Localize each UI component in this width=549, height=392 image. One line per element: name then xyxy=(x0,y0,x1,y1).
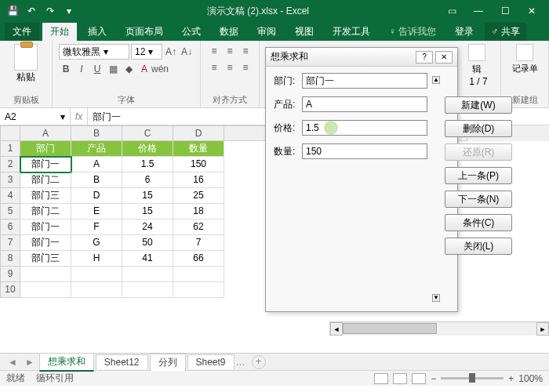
zoom-thumb[interactable] xyxy=(469,373,475,383)
col-header[interactable]: A xyxy=(20,125,71,141)
cell[interactable]: 1.5 xyxy=(122,157,173,172)
cell[interactable]: E xyxy=(71,204,122,220)
undo-icon[interactable]: ↶ xyxy=(24,3,39,19)
decrease-font-icon[interactable]: A↓ xyxy=(180,45,194,59)
cell[interactable] xyxy=(20,282,71,298)
tab-review[interactable]: 审阅 xyxy=(249,23,284,41)
col-header[interactable]: B xyxy=(71,125,122,141)
font-name-select[interactable]: 微软雅黑▾ xyxy=(59,44,129,60)
cell[interactable]: 150 xyxy=(173,157,224,172)
cell[interactable]: 部门二 xyxy=(20,172,71,188)
cell[interactable]: 部门一 xyxy=(20,157,71,172)
dialog-scrollbar[interactable]: ▲ ▼ xyxy=(432,73,440,305)
name-box[interactable]: A2▾ xyxy=(0,108,71,125)
dialog-title-bar[interactable]: 想乘求和 ? ✕ xyxy=(266,48,457,67)
row-header[interactable]: 3 xyxy=(0,172,20,188)
row-header[interactable]: 9 xyxy=(0,267,20,282)
cell[interactable]: 41 xyxy=(122,251,173,267)
cell[interactable]: D xyxy=(71,188,122,204)
font-color-icon[interactable]: A xyxy=(137,62,151,76)
cell[interactable] xyxy=(71,282,122,298)
row-header[interactable]: 7 xyxy=(0,235,20,251)
cell[interactable] xyxy=(20,267,71,282)
close-icon[interactable]: ✕ xyxy=(519,3,544,19)
row-header[interactable]: 10 xyxy=(0,282,20,298)
header-cell[interactable]: 部门 xyxy=(20,141,71,157)
row-header[interactable]: 5 xyxy=(0,204,20,220)
record-form-button[interactable]: 记录单 xyxy=(507,44,542,74)
qty-input[interactable] xyxy=(302,143,427,159)
horizontal-scrollbar[interactable]: ◄ ► xyxy=(329,321,549,336)
phonetic-icon[interactable]: wén xyxy=(153,62,167,76)
delete-button[interactable]: 删除(D) xyxy=(445,120,512,137)
qat-more-icon[interactable]: ▾ xyxy=(61,3,77,19)
header-cell[interactable]: 产品 xyxy=(71,141,122,157)
tab-layout[interactable]: 页面布局 xyxy=(118,23,171,41)
cell[interactable]: 部门三 xyxy=(20,251,71,267)
minimize-icon[interactable]: — xyxy=(466,3,491,19)
cell[interactable] xyxy=(71,267,122,282)
prev-button[interactable]: 上一条(P) xyxy=(445,167,512,184)
cell[interactable]: G xyxy=(71,235,122,251)
cell[interactable] xyxy=(173,282,224,298)
header-cell[interactable]: 数量 xyxy=(173,141,224,157)
scroll-left-icon[interactable]: ◄ xyxy=(330,322,343,336)
align-top-icon[interactable]: ≡ xyxy=(207,44,221,58)
scroll-down-icon[interactable]: ▼ xyxy=(432,294,440,302)
new-button[interactable]: 新建(W) xyxy=(445,96,512,114)
cell[interactable]: 62 xyxy=(173,220,224,235)
cell[interactable] xyxy=(122,282,173,298)
tab-dev[interactable]: 开发工具 xyxy=(325,23,378,41)
row-header[interactable]: 1 xyxy=(0,141,20,157)
cell[interactable] xyxy=(173,267,224,282)
cell[interactable]: F xyxy=(71,220,122,235)
align-right-icon[interactable]: ≡ xyxy=(238,60,253,74)
sheet-nav-next-icon[interactable]: ► xyxy=(22,357,38,368)
page-layout-view-icon[interactable] xyxy=(393,373,407,384)
increase-font-icon[interactable]: A↑ xyxy=(164,45,178,59)
cell[interactable]: 部门二 xyxy=(20,204,71,220)
align-center-icon[interactable]: ≡ xyxy=(223,60,237,74)
font-size-select[interactable]: 12▾ xyxy=(131,44,162,60)
row-header[interactable]: 4 xyxy=(0,188,20,204)
normal-view-icon[interactable] xyxy=(374,373,388,384)
sheet-tab[interactable]: Sheet12 xyxy=(96,354,148,369)
cell[interactable]: 25 xyxy=(173,188,224,204)
ribbon-options-icon[interactable]: ▭ xyxy=(439,3,464,19)
scroll-thumb[interactable] xyxy=(343,323,437,334)
cell[interactable]: 7 xyxy=(173,235,224,251)
add-sheet-button[interactable]: + xyxy=(252,355,266,369)
cell[interactable]: 6 xyxy=(122,172,173,188)
italic-icon[interactable]: I xyxy=(75,62,89,76)
zoom-slider[interactable] xyxy=(441,377,504,379)
tab-file[interactable]: 文件 xyxy=(5,23,39,41)
cell[interactable]: 18 xyxy=(173,204,224,220)
paste-button[interactable]: 粘贴 xyxy=(6,44,45,84)
sheet-tab[interactable]: 分列 xyxy=(150,354,186,371)
col-header[interactable]: D xyxy=(173,125,224,141)
cell[interactable]: H xyxy=(71,251,122,267)
cell[interactable]: 15 xyxy=(122,204,173,220)
redo-icon[interactable]: ↷ xyxy=(42,3,58,19)
align-middle-icon[interactable]: ≡ xyxy=(223,44,237,58)
fill-color-icon[interactable]: ◆ xyxy=(122,62,136,76)
header-cell[interactable]: 价格 xyxy=(122,141,173,157)
share-button[interactable]: ♂ 共享 xyxy=(485,23,525,41)
zoom-out-icon[interactable]: − xyxy=(431,373,436,384)
row-header[interactable]: 6 xyxy=(0,220,20,235)
scroll-up-icon[interactable]: ▲ xyxy=(432,76,440,84)
page-break-view-icon[interactable] xyxy=(412,373,426,384)
cell[interactable]: 部门一 xyxy=(20,235,71,251)
fx-icon[interactable]: fx xyxy=(71,108,88,125)
cell[interactable]: 66 xyxy=(173,251,224,267)
cell[interactable]: 部门一 xyxy=(20,220,71,235)
underline-icon[interactable]: U xyxy=(90,62,104,76)
tab-view[interactable]: 视图 xyxy=(287,23,322,41)
save-icon[interactable]: 💾 xyxy=(5,3,20,19)
row-header[interactable]: 8 xyxy=(0,251,20,267)
scroll-right-icon[interactable]: ► xyxy=(536,322,549,336)
tab-formulas[interactable]: 公式 xyxy=(174,23,209,41)
tab-data[interactable]: 数据 xyxy=(212,23,246,41)
product-input[interactable] xyxy=(302,96,427,112)
help-icon[interactable]: ? xyxy=(416,51,433,64)
